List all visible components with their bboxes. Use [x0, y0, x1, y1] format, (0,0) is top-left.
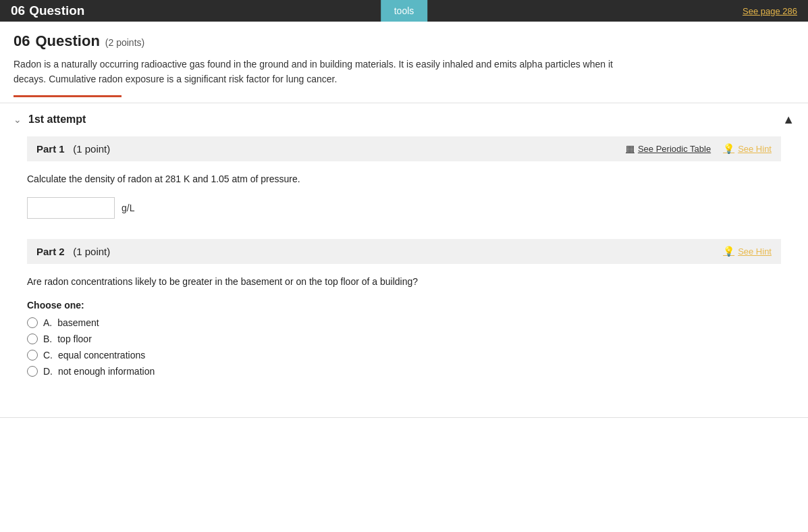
option-d: D. not enough information	[27, 366, 781, 377]
density-unit: g/L	[122, 203, 134, 213]
option-a-letter: A.	[43, 317, 52, 328]
see-periodic-table-link[interactable]: ▦ See Periodic Table	[626, 143, 711, 154]
part1-title: Part 1 (1 point)	[36, 143, 110, 155]
part2-question: Are radon concentrations likely to be gr…	[27, 275, 781, 289]
part1-answer-row: g/L	[27, 197, 781, 219]
part2-header: Part 2 (1 point) 💡 See Hint	[27, 239, 781, 264]
part2-section: Part 2 (1 point) 💡 See Hint Are radon co…	[27, 239, 781, 377]
question-description-1: Radon is a naturally occurring radioacti…	[14, 57, 621, 72]
option-c: C. equal concentrations	[27, 350, 781, 361]
part1-see-hint-link[interactable]: 💡 See Hint	[723, 143, 772, 154]
attempt-title: 1st attempt	[28, 113, 86, 126]
density-input[interactable]	[27, 197, 115, 219]
choose-one-label: Choose one:	[27, 300, 781, 311]
attempt-section: ⌄ 1st attempt ▲ Part 1 (1 point) ▦ See P…	[0, 103, 808, 418]
attempt-header[interactable]: ⌄ 1st attempt ▲	[0, 103, 808, 136]
part1-points: (1 point)	[73, 143, 110, 155]
part1-header: Part 1 (1 point) ▦ See Periodic Table 💡 …	[27, 136, 781, 161]
parts-container: Part 1 (1 point) ▦ See Periodic Table 💡 …	[0, 136, 808, 417]
option-b: B. top floor	[27, 334, 781, 344]
red-underline	[14, 95, 122, 97]
part2-title: Part 2 (1 point)	[36, 246, 110, 257]
tools-tab[interactable]: tools	[381, 0, 428, 22]
hint-bulb-icon: 💡	[723, 143, 734, 154]
question-description-2: decays. Cumulative radon exposure is a s…	[14, 72, 621, 86]
hint-bulb-icon-2: 💡	[723, 246, 734, 257]
radio-b[interactable]	[27, 334, 38, 344]
part2-see-hint-link[interactable]: 💡 See Hint	[723, 246, 772, 257]
question-points: (2 points)	[105, 37, 144, 48]
attempt-header-left: ⌄ 1st attempt	[14, 113, 86, 126]
part2-points: (1 point)	[73, 246, 110, 257]
radio-d[interactable]	[27, 366, 38, 377]
radio-c[interactable]	[27, 350, 38, 361]
question-number-main: 06	[14, 32, 30, 50]
question-number: 06	[11, 3, 25, 18]
option-c-letter: C.	[43, 350, 53, 361]
question-label-main: Question	[35, 32, 99, 50]
option-b-letter: B.	[43, 334, 52, 344]
part1-header-right: ▦ See Periodic Table 💡 See Hint	[626, 143, 772, 154]
periodic-table-icon: ▦	[626, 143, 635, 154]
question-header: 06 Question (2 points) Radon is a natura…	[0, 22, 808, 103]
chevron-up-icon[interactable]: ▲	[782, 113, 794, 127]
option-b-text: top floor	[57, 334, 92, 344]
part1-question: Calculate the density of radon at 281 K …	[27, 172, 781, 186]
see-page-link[interactable]: See page 286	[743, 6, 797, 16]
top-bar: 06 Question tools See page 286	[0, 0, 808, 22]
chevron-down-icon[interactable]: ⌄	[14, 114, 22, 125]
part1-section: Part 1 (1 point) ▦ See Periodic Table 💡 …	[27, 136, 781, 219]
option-d-text: not enough information	[58, 366, 155, 377]
option-a-text: basement	[57, 317, 99, 328]
option-a: A. basement	[27, 317, 781, 328]
option-d-letter: D.	[43, 366, 53, 377]
question-label-topbar: Question	[29, 3, 84, 18]
option-c-text: equal concentrations	[58, 350, 145, 361]
part2-choices: Choose one: A. basement B. top floor C. …	[27, 300, 781, 377]
part2-header-right: 💡 See Hint	[723, 246, 772, 257]
radio-a[interactable]	[27, 317, 38, 328]
